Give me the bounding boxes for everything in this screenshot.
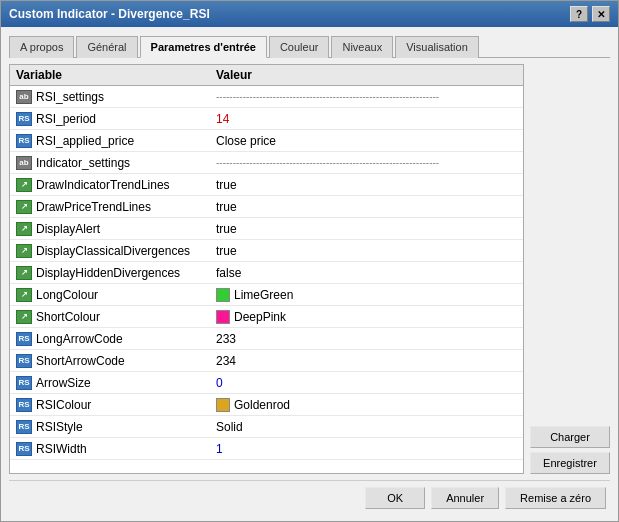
variable-name: RSIWidth	[36, 442, 87, 456]
table-row[interactable]: ↗DisplayAlerttrue	[10, 218, 523, 240]
table-row[interactable]: ↗LongColourLimeGreen	[10, 284, 523, 306]
tab-params[interactable]: Parametres d'entrée	[140, 36, 267, 58]
rs-icon: RS	[16, 112, 32, 126]
rs-icon: RS	[16, 376, 32, 390]
params-table: Variable Valeur abRSI_settings----------…	[9, 64, 524, 474]
variable-cell: ↗DisplayAlert	[10, 220, 210, 238]
color-swatch	[216, 398, 230, 412]
table-row[interactable]: ↗ShortColourDeepPink	[10, 306, 523, 328]
value-cell: true	[210, 176, 523, 194]
variable-name: RSI_settings	[36, 90, 104, 104]
variable-name: Indicator_settings	[36, 156, 130, 170]
ok-button[interactable]: OK	[365, 487, 425, 509]
variable-name: ShortColour	[36, 310, 100, 324]
table-row[interactable]: abRSI_settings--------------------------…	[10, 86, 523, 108]
title-bar: Custom Indicator - Divergence_RSI ? ✕	[1, 1, 618, 27]
tab-niveaux[interactable]: Niveaux	[331, 36, 393, 58]
remise-button[interactable]: Remise a zéro	[505, 487, 606, 509]
trend-icon: ↗	[16, 288, 32, 302]
tab-visualisation[interactable]: Visualisation	[395, 36, 479, 58]
variable-name: LongColour	[36, 288, 98, 302]
variable-name: LongArrowCode	[36, 332, 123, 346]
value-text: LimeGreen	[234, 288, 293, 302]
variable-cell: ↗DrawPriceTrendLines	[10, 198, 210, 216]
variable-cell: abIndicator_settings	[10, 154, 210, 172]
main-area: Variable Valeur abRSI_settings----------…	[9, 64, 610, 474]
rs-icon: RS	[16, 442, 32, 456]
variable-name: RSI_applied_price	[36, 134, 134, 148]
variable-cell: RSRSIStyle	[10, 418, 210, 436]
value-text: Close price	[216, 134, 276, 148]
table-row[interactable]: abIndicator_settings--------------------…	[10, 152, 523, 174]
value-cell: true	[210, 242, 523, 260]
tab-couleur[interactable]: Couleur	[269, 36, 330, 58]
value-text: true	[216, 200, 237, 214]
value-cell: 234	[210, 352, 523, 370]
enregistrer-button[interactable]: Enregistrer	[530, 452, 610, 474]
value-text: 233	[216, 332, 236, 346]
value-cell: LimeGreen	[210, 286, 523, 304]
color-swatch	[216, 288, 230, 302]
table-header: Variable Valeur	[10, 65, 523, 86]
charger-button[interactable]: Charger	[530, 426, 610, 448]
variable-name: ShortArrowCode	[36, 354, 125, 368]
value-cell: DeepPink	[210, 308, 523, 326]
variable-cell: ↗DisplayHiddenDivergences	[10, 264, 210, 282]
table-row[interactable]: RSRSIStyleSolid	[10, 416, 523, 438]
trend-icon: ↗	[16, 200, 32, 214]
value-cell: ----------------------------------------…	[210, 89, 523, 104]
variable-name: ArrowSize	[36, 376, 91, 390]
value-cell: false	[210, 264, 523, 282]
table-row[interactable]: RSRSI_period14	[10, 108, 523, 130]
value-cell: Goldenrod	[210, 396, 523, 414]
help-button[interactable]: ?	[570, 6, 588, 22]
table-row[interactable]: RSRSI_applied_priceClose price	[10, 130, 523, 152]
value-cell: Solid	[210, 418, 523, 436]
variable-cell: abRSI_settings	[10, 88, 210, 106]
table-row[interactable]: RSArrowSize0	[10, 372, 523, 394]
table-row[interactable]: ↗DrawPriceTrendLinestrue	[10, 196, 523, 218]
trend-icon: ↗	[16, 310, 32, 324]
variable-cell: ↗LongColour	[10, 286, 210, 304]
table-row[interactable]: RSRSIColourGoldenrod	[10, 394, 523, 416]
variable-name: RSI_period	[36, 112, 96, 126]
table-row[interactable]: RSShortArrowCode234	[10, 350, 523, 372]
rs-icon: RS	[16, 398, 32, 412]
color-swatch	[216, 310, 230, 324]
trend-icon: ↗	[16, 244, 32, 258]
trend-icon: ↗	[16, 178, 32, 192]
table-row[interactable]: ↗DrawIndicatorTrendLinestrue	[10, 174, 523, 196]
value-text: DeepPink	[234, 310, 286, 324]
rs-icon: RS	[16, 332, 32, 346]
value-text: true	[216, 244, 237, 258]
tab-general[interactable]: Général	[76, 36, 137, 58]
window-content: A proposGénéralParametres d'entréeCouleu…	[1, 27, 618, 521]
value-cell: 1	[210, 440, 523, 458]
value-text: Goldenrod	[234, 398, 290, 412]
variable-name: DrawIndicatorTrendLines	[36, 178, 170, 192]
variable-cell: ↗ShortColour	[10, 308, 210, 326]
variable-name: DisplayClassicalDivergences	[36, 244, 190, 258]
value-text: 0	[216, 376, 223, 390]
bottom-bar: OK Annuler Remise a zéro	[9, 480, 610, 513]
col-valeur: Valeur	[216, 68, 517, 82]
variable-cell: ↗DisplayClassicalDivergences	[10, 242, 210, 260]
rs-icon: RS	[16, 134, 32, 148]
title-buttons: ? ✕	[570, 6, 610, 22]
ab-icon: ab	[16, 90, 32, 104]
table-row[interactable]: RSLongArrowCode233	[10, 328, 523, 350]
variable-cell: RSArrowSize	[10, 374, 210, 392]
close-button[interactable]: ✕	[592, 6, 610, 22]
table-row[interactable]: ↗DisplayHiddenDivergencesfalse	[10, 262, 523, 284]
value-text: Solid	[216, 420, 243, 434]
value-cell: 0	[210, 374, 523, 392]
tab-apropos[interactable]: A propos	[9, 36, 74, 58]
table-row[interactable]: ↗DisplayClassicalDivergencestrue	[10, 240, 523, 262]
table-row[interactable]: RSRSIWidth1	[10, 438, 523, 460]
variable-cell: RSRSI_applied_price	[10, 132, 210, 150]
tab-bar: A proposGénéralParametres d'entréeCouleu…	[9, 35, 610, 58]
right-buttons: Charger Enregistrer	[530, 64, 610, 474]
variable-cell: RSRSI_period	[10, 110, 210, 128]
variable-cell: RSLongArrowCode	[10, 330, 210, 348]
annuler-button[interactable]: Annuler	[431, 487, 499, 509]
